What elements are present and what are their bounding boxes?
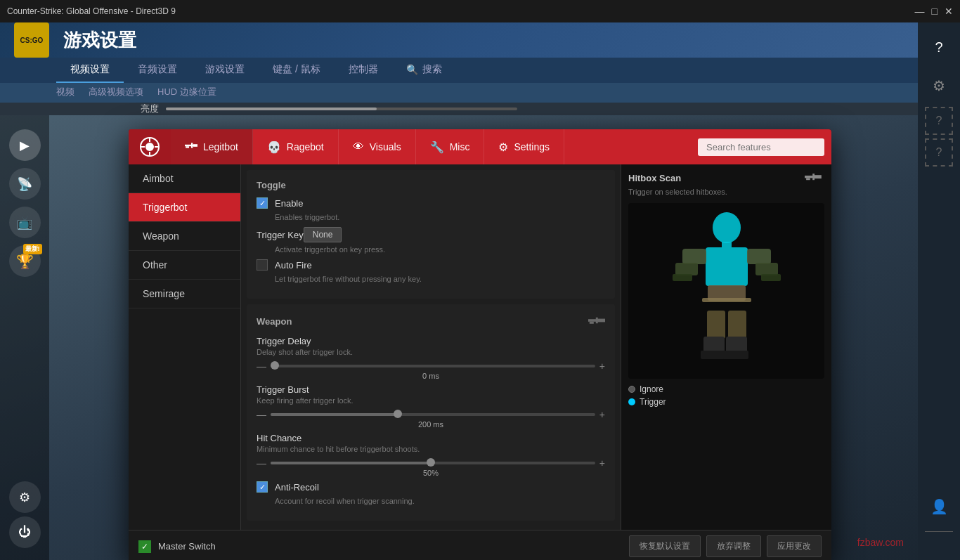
enable-row: ✓ Enable [257, 197, 605, 209]
apply-button[interactable]: 应用更改 [767, 535, 822, 557]
menu-item-triggerbot[interactable]: Triggerbot [129, 193, 240, 222]
maximize-button[interactable]: □ [932, 6, 938, 17]
svg-rect-22 [747, 249, 771, 264]
svg-rect-30 [701, 351, 726, 359]
tv-icon[interactable]: 📺 [9, 207, 41, 238]
left-sidebar: ▶ 📡 📺 🏆 最新! ⚙ ⏻ [0, 115, 49, 560]
hit-chance-label: Hit Chance [257, 433, 605, 443]
subtab-advanced-video[interactable]: 高级视频选项 [89, 83, 143, 103]
svg-rect-15 [812, 174, 815, 180]
svg-rect-16 [815, 175, 822, 178]
svg-rect-19 [722, 242, 732, 247]
hit-chance-slider: Hit Chance Minimum chance to hit before … [257, 433, 605, 477]
trigger-delay-plus[interactable]: + [599, 360, 605, 372]
svg-rect-17 [806, 178, 810, 180]
svg-rect-26 [702, 298, 751, 302]
anti-recoil-checkbox[interactable]: ✓ [257, 481, 268, 493]
trigger-burst-track[interactable] [271, 413, 595, 416]
anti-recoil-desc: Account for recoil when trigger scanning… [257, 497, 605, 505]
hack-tab-legitbot[interactable]: Legitbot [171, 129, 253, 164]
tab-search[interactable]: 🔍 搜索 [392, 58, 456, 83]
tab-audio-settings[interactable]: 音频设置 [124, 58, 191, 83]
trigger-delay-row: — + [257, 360, 605, 372]
hitbox-panel: Hitbox Scan Trigger on selected hitboxes… [621, 164, 831, 530]
trigger-burst-minus[interactable]: — [257, 409, 266, 420]
hit-chance-minus[interactable]: — [257, 457, 266, 469]
discard-button[interactable]: 放弃调整 [706, 535, 761, 557]
trigger-delay-minus[interactable]: — [257, 360, 266, 372]
menu-item-other[interactable]: Other [129, 251, 240, 280]
hack-tab-misc[interactable]: 🔧 Misc [416, 129, 485, 164]
tab-keyboard-mouse[interactable]: 键盘 / 鼠标 [259, 58, 335, 83]
gear-icon[interactable]: ⚙ [921, 68, 956, 103]
hit-chance-plus[interactable]: + [599, 457, 605, 469]
tab-controller[interactable]: 控制器 [335, 58, 392, 83]
settings-icon[interactable]: ⚙ [9, 481, 41, 513]
hack-main-panel: Toggle ✓ Enable Enables triggerbot. Trig… [241, 164, 621, 530]
subtab-hud[interactable]: HUD 边缘位置 [157, 83, 216, 103]
trigger-delay-track[interactable] [271, 365, 595, 367]
question-box2-icon[interactable]: ? [925, 138, 953, 167]
trigger-key-button[interactable]: None [304, 227, 342, 242]
main-content: ▶ 📡 📺 🏆 最新! ⚙ ⏻ [0, 115, 960, 560]
gun-icon [588, 314, 605, 329]
menu-item-semirage[interactable]: Semirage [129, 280, 240, 308]
hitbox-desc: Trigger on selected hitboxes. [628, 188, 824, 196]
close-button[interactable]: ✕ [945, 6, 953, 17]
titlebar-title: Counter-Strike: Global Offensive - Direc… [7, 6, 176, 16]
trigger-delay-label: Trigger Delay [257, 336, 605, 346]
auto-fire-desc: Let triggerbot fire without pressing any… [257, 275, 605, 283]
brightness-bar: 亮度 [0, 103, 960, 115]
svg-point-18 [713, 212, 741, 243]
trigger-delay-value: 0 ms [257, 372, 605, 380]
menu-item-weapon[interactable]: Weapon [129, 222, 240, 251]
auto-fire-checkbox[interactable] [257, 259, 268, 271]
brightness-slider[interactable] [166, 108, 517, 110]
svg-rect-12 [598, 319, 605, 323]
hit-chance-track[interactable] [271, 462, 595, 464]
watermark: fzbaw.com [857, 537, 904, 548]
weapon-section-title: Weapon [257, 314, 605, 329]
hack-logo [129, 129, 171, 164]
menu-item-aimbot[interactable]: Aimbot [129, 164, 240, 193]
app-title: 游戏设置 [63, 28, 136, 53]
tab-video-settings[interactable]: 视频设置 [56, 58, 124, 83]
search-input[interactable] [698, 138, 824, 156]
play-button[interactable]: ▶ [9, 129, 41, 161]
right-sidebar: ? ⚙ ? ? 👤 [918, 22, 960, 560]
help-icon[interactable]: ? [921, 30, 956, 65]
hack-tab-settings[interactable]: ⚙ Settings [484, 129, 564, 164]
hack-tab-ragebot[interactable]: 💀 Ragebot [253, 129, 339, 164]
subtab-video[interactable]: 视频 [56, 83, 74, 103]
wifi-icon[interactable]: 📡 [9, 168, 41, 200]
hack-tab-visuals[interactable]: 👁 Visuals [339, 129, 416, 164]
hit-chance-row: — + [257, 457, 605, 469]
question-box-icon[interactable]: ? [925, 107, 953, 135]
master-switch-checkbox[interactable]: ✓ [138, 540, 151, 553]
new-badge-icon[interactable]: 🏆 最新! [9, 245, 41, 277]
enable-checkbox[interactable]: ✓ [257, 197, 268, 209]
power-icon[interactable]: ⏻ [9, 516, 41, 548]
svg-rect-32 [723, 351, 748, 359]
trigger-burst-slider: Trigger Burst Keep firing after trigger … [257, 384, 605, 429]
svg-point-1 [145, 143, 154, 151]
user-icon[interactable]: 👤 [921, 489, 956, 524]
svg-rect-28 [728, 311, 746, 339]
trigger-delay-slider: Trigger Delay Delay shot after trigger l… [257, 336, 605, 380]
tab-game-settings[interactable]: 游戏设置 [191, 58, 259, 83]
trigger-burst-label: Trigger Burst [257, 384, 605, 395]
nav-tabs: 视频设置 音频设置 游戏设置 键盘 / 鼠标 控制器 🔍 搜索 [0, 58, 960, 83]
app-header: CS:GO 游戏设置 [0, 22, 960, 58]
auto-fire-row: Auto Fire [257, 259, 605, 271]
minimize-button[interactable]: — [915, 6, 925, 17]
svg-rect-21 [682, 249, 706, 264]
character-figure [628, 203, 824, 379]
bottom-buttons: 恢复默认设置 放弃调整 应用更改 [629, 535, 822, 557]
enable-label: Enable [275, 198, 303, 209]
hack-bottom-bar: ✓ Master Switch 恢复默认设置 放弃调整 应用更改 [129, 530, 831, 560]
reset-defaults-button[interactable]: 恢复默认设置 [629, 535, 701, 557]
trigger-burst-plus[interactable]: + [599, 409, 605, 420]
svg-rect-24 [755, 263, 778, 275]
titlebar-controls: — □ ✕ [915, 6, 953, 17]
legend-trigger: Trigger [628, 397, 824, 407]
